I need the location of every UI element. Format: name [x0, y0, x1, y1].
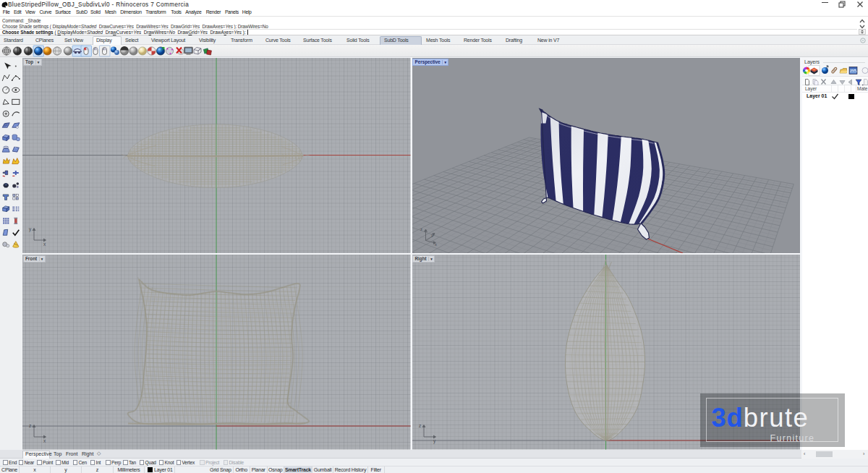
svg-text:z: z — [420, 227, 422, 231]
svg-text:z: z — [419, 423, 421, 428]
svg-text:y: y — [431, 233, 433, 237]
svg-text:z: z — [29, 423, 31, 428]
svg-text:x: x — [435, 242, 437, 247]
